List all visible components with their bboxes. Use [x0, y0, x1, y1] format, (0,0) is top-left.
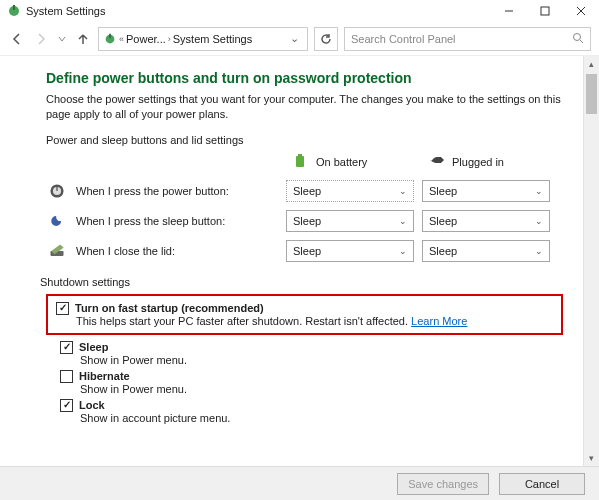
learn-more-link[interactable]: Learn More [411, 315, 467, 327]
chevron-down-icon: ⌄ [535, 246, 543, 256]
chevron-down-icon: ⌄ [535, 216, 543, 226]
close-button[interactable] [563, 0, 599, 22]
lock-checkbox[interactable]: ✓ [60, 399, 73, 412]
chevron-down-icon: ⌄ [535, 186, 543, 196]
svg-rect-1 [13, 5, 15, 10]
svg-rect-10 [296, 156, 304, 167]
maximize-button[interactable] [527, 0, 563, 22]
column-header-battery: On battery [286, 152, 414, 172]
row-close-lid-label: When I close the lid: [46, 240, 278, 262]
scroll-thumb[interactable] [586, 74, 597, 114]
sleep-option: ✓ Sleep Show in Power menu. [60, 341, 563, 366]
scroll-track[interactable] [584, 72, 599, 450]
sleep-button-battery-select[interactable]: Sleep⌄ [286, 210, 414, 232]
svg-rect-3 [541, 7, 549, 15]
chevron-down-icon: ⌄ [399, 246, 407, 256]
content-area: Define power buttons and turn on passwor… [0, 56, 583, 466]
lock-option: ✓ Lock Show in account picture menu. [60, 399, 563, 424]
sleep-checkbox[interactable]: ✓ [60, 341, 73, 354]
power-settings-grid: On battery Plugged in When I press the p… [46, 152, 563, 262]
refresh-button[interactable] [314, 27, 338, 51]
recent-locations-button[interactable] [56, 30, 68, 48]
svg-point-8 [574, 33, 581, 40]
row-power-button-label: When I press the power button: [46, 180, 278, 202]
hibernate-checkbox[interactable] [60, 370, 73, 383]
fast-startup-checkbox[interactable]: ✓ [56, 302, 69, 315]
fast-startup-desc: This helps start your PC faster after sh… [76, 315, 408, 327]
vertical-scrollbar[interactable]: ▴ ▾ [583, 56, 599, 466]
page-description: Choose the power settings that you want … [46, 92, 563, 122]
power-button-plugged-select[interactable]: Sleep⌄ [422, 180, 550, 202]
page-title: Define power buttons and turn on passwor… [46, 70, 563, 86]
column-header-plugged: Plugged in [422, 152, 550, 172]
hibernate-option: Hibernate Show in Power menu. [60, 370, 563, 395]
nav-bar: « Power... › System Settings ⌄ Search Co… [0, 22, 599, 56]
close-lid-plugged-select[interactable]: Sleep⌄ [422, 240, 550, 262]
back-button[interactable] [8, 30, 26, 48]
up-button[interactable] [74, 30, 92, 48]
footer-bar: Save changes Cancel [0, 466, 599, 500]
search-icon [572, 32, 584, 46]
chevron-right-icon: › [168, 34, 171, 44]
chevron-left-icon: « [119, 34, 124, 44]
row-sleep-button-label: When I press the sleep button: [46, 210, 278, 232]
save-changes-button[interactable]: Save changes [397, 473, 489, 495]
svg-rect-11 [298, 154, 302, 156]
search-placeholder: Search Control Panel [351, 33, 572, 45]
minimize-button[interactable] [491, 0, 527, 22]
sleep-button-icon [46, 210, 68, 232]
window-title: System Settings [26, 5, 491, 17]
fast-startup-title: Turn on fast startup (recommended) [75, 302, 264, 314]
chevron-down-icon[interactable]: ⌄ [286, 32, 303, 45]
cancel-button[interactable]: Cancel [499, 473, 585, 495]
breadcrumb-parent[interactable]: Power... [126, 33, 166, 45]
battery-icon [292, 152, 310, 172]
breadcrumb-current[interactable]: System Settings [173, 33, 252, 45]
plug-icon [428, 152, 446, 172]
breadcrumb[interactable]: « Power... › System Settings ⌄ [98, 27, 308, 51]
buttons-section-label: Power and sleep buttons and lid settings [46, 134, 563, 146]
power-button-battery-select[interactable]: Sleep⌄ [286, 180, 414, 202]
shutdown-section-label: Shutdown settings [40, 276, 563, 288]
search-input[interactable]: Search Control Panel [344, 27, 591, 51]
laptop-lid-icon [46, 240, 68, 262]
svg-rect-7 [109, 33, 111, 37]
sleep-button-plugged-select[interactable]: Sleep⌄ [422, 210, 550, 232]
app-icon [6, 3, 22, 19]
power-options-icon [103, 32, 117, 46]
fast-startup-highlight: ✓ Turn on fast startup (recommended) Thi… [46, 294, 563, 335]
title-bar: System Settings [0, 0, 599, 22]
close-lid-battery-select[interactable]: Sleep⌄ [286, 240, 414, 262]
forward-button[interactable] [32, 30, 50, 48]
chevron-down-icon: ⌄ [399, 186, 407, 196]
chevron-down-icon: ⌄ [399, 216, 407, 226]
scroll-up-arrow[interactable]: ▴ [584, 56, 599, 72]
svg-line-9 [580, 40, 583, 43]
power-button-icon [46, 180, 68, 202]
scroll-down-arrow[interactable]: ▾ [584, 450, 599, 466]
